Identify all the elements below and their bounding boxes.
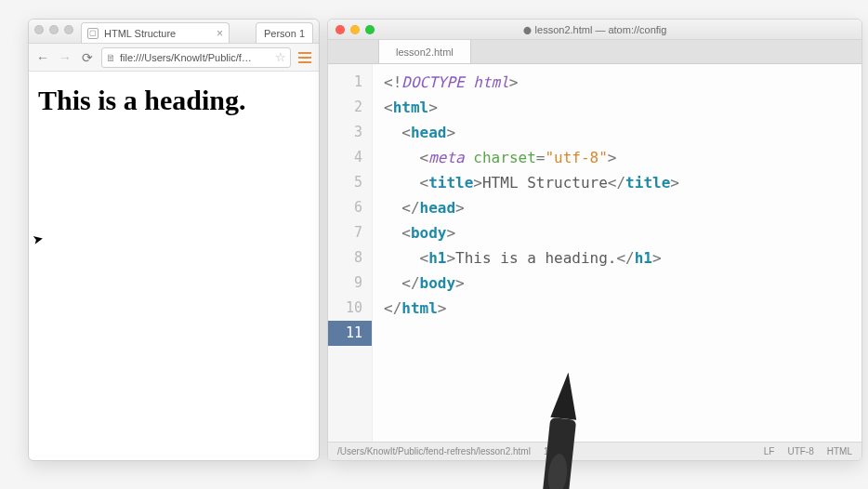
window-title: ⬤lesson2.html — atom://config: [328, 24, 861, 35]
line-number-current[interactable]: 11: [328, 321, 372, 346]
unsaved-indicator-icon: ⬤: [523, 26, 532, 34]
page-heading: This is a heading.: [38, 85, 309, 116]
close-tab-icon[interactable]: ×: [217, 28, 223, 39]
status-filepath[interactable]: /Users/KnowIt/Public/fend-refresh/lesson…: [337, 446, 531, 456]
file-icon: 🗎: [106, 52, 116, 63]
status-encoding[interactable]: UTF-8: [787, 446, 813, 456]
status-line-ending[interactable]: LF: [764, 446, 775, 456]
reload-button[interactable]: ⟳: [79, 49, 96, 66]
page-viewport: This is a heading.: [29, 72, 319, 460]
profile-button[interactable]: Person 1: [256, 22, 313, 43]
browser-tab[interactable]: ▢ HTML Structure ×: [81, 22, 230, 43]
minimize-icon[interactable]: [350, 25, 360, 34]
chrome-browser-window: ▢ HTML Structure × Person 1 ← → ⟳ 🗎 file…: [28, 19, 320, 461]
editor-window-controls[interactable]: [335, 25, 375, 34]
line-number[interactable]: 9: [328, 271, 372, 296]
line-number[interactable]: 7: [328, 220, 372, 245]
line-number-gutter: 1 2 3 4 5 6 7 8 9 10 11: [328, 64, 373, 442]
editor-tabbar: lesson2.html: [328, 40, 861, 64]
address-bar[interactable]: 🗎 file:///Users/KnowIt/Public/f… ☆: [101, 47, 291, 68]
browser-toolbar: ← → ⟳ 🗎 file:///Users/KnowIt/Public/f… ☆: [29, 44, 319, 72]
line-number[interactable]: 2: [328, 95, 372, 120]
editor-statusbar: /Users/KnowIt/Public/fend-refresh/lesson…: [328, 442, 861, 460]
bookmark-star-icon[interactable]: ☆: [275, 50, 286, 64]
editor-body: 1 2 3 4 5 6 7 8 9 10 11 <!DOCTYPE html> …: [328, 64, 861, 442]
file-icon: ▢: [87, 28, 99, 39]
line-number[interactable]: 1: [328, 70, 372, 95]
back-button[interactable]: ←: [34, 49, 51, 66]
line-number[interactable]: 5: [328, 170, 372, 195]
line-number[interactable]: 10: [328, 296, 372, 321]
maximize-icon[interactable]: [365, 25, 375, 34]
editor-tab-label: lesson2.html: [396, 46, 454, 58]
url-text: file:///Users/KnowIt/Public/f…: [120, 52, 271, 63]
line-number[interactable]: 3: [328, 120, 372, 145]
browser-tab-title: HTML Structure: [104, 28, 211, 39]
tab-spacer: [328, 40, 379, 63]
minimize-icon[interactable]: [49, 25, 59, 34]
code-area[interactable]: <!DOCTYPE html> <html> <head> <meta char…: [373, 64, 861, 442]
line-number[interactable]: 6: [328, 195, 372, 220]
atom-editor-window: ⬤lesson2.html — atom://config lesson2.ht…: [327, 19, 862, 461]
status-cursor-pos[interactable]: 11:: [544, 446, 557, 456]
line-number[interactable]: 8: [328, 245, 372, 271]
close-icon[interactable]: [335, 25, 345, 34]
profile-label: Person 1: [264, 28, 305, 39]
line-number[interactable]: 4: [328, 145, 372, 170]
status-language[interactable]: HTML: [827, 446, 852, 456]
close-icon[interactable]: [34, 25, 44, 34]
editor-titlebar: ⬤lesson2.html — atom://config: [328, 20, 861, 40]
browser-tabstrip: ▢ HTML Structure × Person 1: [29, 20, 319, 44]
browser-window-controls[interactable]: [34, 25, 73, 34]
forward-button[interactable]: →: [57, 49, 73, 66]
editor-tab[interactable]: lesson2.html: [379, 40, 471, 63]
menu-button[interactable]: [296, 52, 313, 63]
maximize-icon[interactable]: [64, 25, 73, 34]
